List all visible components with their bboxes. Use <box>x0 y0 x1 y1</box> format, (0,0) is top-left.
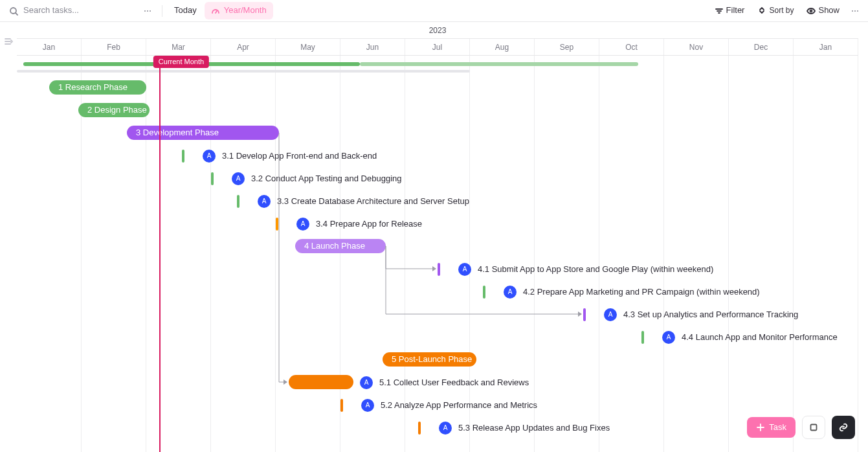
assignee-avatar[interactable]: A <box>258 195 271 208</box>
assignee-avatar[interactable]: A <box>458 263 471 276</box>
task-row[interactable]: A3.1 Develop App Front-end and Back-end <box>182 148 377 164</box>
summary-bar[interactable] <box>360 62 638 66</box>
search-input[interactable] <box>22 4 133 17</box>
task-row[interactable]: A4.2 Prepare App Marketing and PR Campai… <box>483 284 760 300</box>
filter-button[interactable]: Filter <box>709 2 750 19</box>
month-header: Dec <box>729 39 794 55</box>
task-label[interactable]: 5.1 Collect User Feedback and Reviews <box>379 377 529 389</box>
month-header: Jun <box>340 39 405 55</box>
phase-bar[interactable]: 4 Launch Phase <box>295 239 386 253</box>
granularity-button[interactable]: Year/Month <box>205 2 273 19</box>
month-header: Nov <box>664 39 729 55</box>
eye-icon <box>807 6 816 16</box>
task-label[interactable]: 3.2 Conduct App Testing and Debugging <box>251 173 402 185</box>
task-tick[interactable] <box>583 308 586 321</box>
assignee-avatar[interactable]: A <box>439 422 452 435</box>
svg-point-2 <box>147 10 148 12</box>
svg-rect-11 <box>811 425 817 431</box>
month-header: Jan <box>17 39 82 55</box>
assignee-avatar[interactable]: A <box>203 150 216 163</box>
overflow-icon[interactable] <box>847 3 863 19</box>
task-tick[interactable] <box>483 286 485 299</box>
task-label[interactable]: 5.2 Analyze App Performance and Metrics <box>381 400 537 411</box>
svg-point-1 <box>144 10 146 12</box>
more-icon[interactable] <box>140 3 155 19</box>
expand-sidebar[interactable] <box>0 32 17 51</box>
toolbar: Today Year/Month Filter Sort by Show <box>0 0 868 22</box>
search-wrap[interactable] <box>5 1 137 19</box>
month-header: Aug <box>470 39 535 55</box>
current-month-flag: Current Month <box>153 56 209 68</box>
granularity-label: Year/Month <box>224 5 267 16</box>
task-label[interactable]: 4.4 Launch App and Monitor Performance <box>682 332 838 343</box>
month-header: Jul <box>405 39 470 55</box>
phase-bar[interactable]: 1 Research Phase <box>49 80 146 95</box>
assignee-avatar[interactable]: A <box>360 376 373 389</box>
task-row[interactable]: A5.2 Analyze App Performance and Metrics <box>340 398 537 413</box>
gantt-chart[interactable]: 2023 JanFebMarAprMayJunJulAugSepOctNovDe… <box>17 22 868 452</box>
task-row[interactable]: A4.1 Submit App to App Store and Google … <box>438 262 713 277</box>
note-icon <box>809 423 818 432</box>
task-tick[interactable] <box>211 172 214 185</box>
task-label[interactable]: 3.3 Create Database Architecture and Ser… <box>277 196 469 207</box>
svg-point-7 <box>857 10 858 12</box>
task-row[interactable]: A4.3 Set up Analytics and Performance Tr… <box>583 307 798 322</box>
month-header: Sep <box>535 39 599 55</box>
add-task-button[interactable]: Task <box>747 417 796 438</box>
svg-point-5 <box>852 10 853 12</box>
task-tick[interactable] <box>237 195 239 208</box>
link-button[interactable] <box>832 416 855 439</box>
month-header: May <box>276 39 340 55</box>
task-tick[interactable] <box>438 263 440 276</box>
task-label[interactable]: 3.4 Prepare App for Release <box>316 218 422 230</box>
year-row: 2023 <box>17 22 858 39</box>
show-button[interactable]: Show <box>801 2 845 19</box>
sort-icon <box>757 6 766 15</box>
current-month-line <box>159 56 161 452</box>
task-tick[interactable] <box>340 399 343 412</box>
phase-bar[interactable]: 5 Post-Launch Phase <box>383 352 476 367</box>
task-row[interactable]: A4.4 Launch App and Monitor Performance <box>641 330 838 345</box>
separator <box>162 5 162 17</box>
svg-point-6 <box>854 10 856 12</box>
note-button[interactable] <box>802 416 825 439</box>
svg-point-4 <box>810 10 812 12</box>
search-icon <box>9 6 18 16</box>
task-label[interactable]: 4.3 Set up Analytics and Performance Tra… <box>623 309 798 321</box>
phase-bar[interactable]: 3 Development Phase <box>127 126 279 140</box>
plus-icon <box>756 423 765 432</box>
month-header: Feb <box>82 39 146 55</box>
month-row: JanFebMarAprMayJunJulAugSepOctNovDecJan <box>17 39 858 56</box>
task-tick[interactable] <box>418 422 421 435</box>
task-label[interactable]: 4.2 Prepare App Marketing and PR Campaig… <box>523 286 760 298</box>
assignee-avatar[interactable]: A <box>361 399 374 412</box>
today-button[interactable]: Today <box>169 2 202 19</box>
month-header: Mar <box>146 39 211 55</box>
task-tick[interactable] <box>182 150 184 163</box>
assignee-avatar[interactable]: A <box>296 218 309 231</box>
task-label[interactable]: 3.1 Develop App Front-end and Back-end <box>222 150 377 162</box>
sort-button[interactable]: Sort by <box>752 3 799 19</box>
task-row[interactable]: A3.2 Conduct App Testing and Debugging <box>211 171 402 186</box>
month-header: Jan <box>794 39 858 55</box>
assignee-avatar[interactable]: A <box>504 286 517 299</box>
assignee-avatar[interactable]: A <box>662 331 675 344</box>
assignee-avatar[interactable]: A <box>232 172 245 185</box>
month-header: Oct <box>599 39 664 55</box>
phase-bar[interactable] <box>289 375 353 389</box>
task-row[interactable]: A5.3 Release App Updates and Bug Fixes <box>418 420 610 436</box>
task-row[interactable]: A3.3 Create Database Architecture and Se… <box>237 194 469 209</box>
link-icon <box>839 423 848 432</box>
task-tick[interactable] <box>641 331 644 344</box>
filter-icon <box>715 6 724 16</box>
task-label[interactable]: 5.3 Release App Updates and Bug Fixes <box>458 422 610 434</box>
speedometer-icon <box>211 6 220 16</box>
month-header: Apr <box>211 39 276 55</box>
summary-lane <box>17 56 858 80</box>
assignee-avatar[interactable]: A <box>604 308 617 321</box>
phase-bar[interactable]: 2 Design Phase <box>78 103 150 117</box>
svg-point-3 <box>150 10 151 12</box>
task-row[interactable]: A3.4 Prepare App for Release <box>276 216 422 232</box>
task-label[interactable]: 4.1 Submit App to App Store and Google P… <box>478 264 713 275</box>
task-tick[interactable] <box>276 218 278 231</box>
